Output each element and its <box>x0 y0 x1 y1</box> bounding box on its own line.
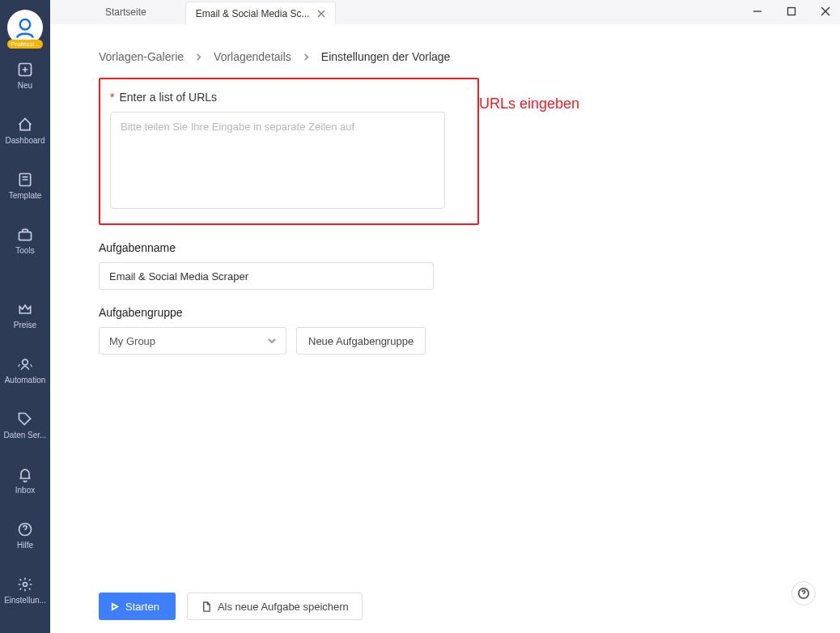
new-group-button-label: Neue Aufgabengruppe <box>308 335 414 347</box>
close-window-button[interactable] <box>821 5 830 19</box>
bell-icon <box>17 466 33 482</box>
svg-point-4 <box>23 359 28 365</box>
tab-home-label: Startseite <box>105 6 146 18</box>
tag-icon <box>17 411 33 427</box>
sidebar-item-inbox[interactable]: Inbox <box>0 466 50 502</box>
sidebar-item-automation[interactable]: Automation <box>0 356 50 392</box>
start-button-label: Starten <box>125 601 159 613</box>
tab-active-label: Email & Social Media Sc... <box>196 8 310 19</box>
sidebar-item-label: Daten Ser... <box>4 431 47 440</box>
breadcrumb: Vorlagen-Galerie Vorlagendetails Einstel… <box>50 24 840 73</box>
sidebar-item-datenservice[interactable]: Daten Ser... <box>0 411 50 447</box>
task-group-select[interactable]: My Group <box>99 327 286 355</box>
sidebar-item-label: Preise <box>14 321 36 329</box>
gear-icon <box>17 576 33 593</box>
dashboard-icon <box>17 117 33 133</box>
content-area: Vorlagen-Galerie Vorlagendetails Einstel… <box>50 24 840 633</box>
maximize-icon <box>787 6 796 16</box>
sidebar-item-label: Tools <box>15 246 34 255</box>
sidebar-item-einstellungen[interactable]: Einstellun... <box>0 576 50 612</box>
annotation-text: URLs eingeben <box>479 96 579 113</box>
help-fab[interactable] <box>791 581 816 605</box>
task-group-section: Aufgabengruppe My Group Neue Aufgabengru… <box>99 306 434 355</box>
task-name-input[interactable] <box>99 262 434 290</box>
sidebar-item-preise[interactable]: Preise <box>0 301 50 337</box>
close-icon <box>821 6 830 16</box>
sidebar-item-dashboard[interactable]: Dashboard <box>0 117 50 152</box>
sidebar-item-label: Automation <box>5 376 46 384</box>
urls-highlight-box: * Enter a list of URLs <box>99 78 479 225</box>
form-area: * Enter a list of URLs URLs eingeben Auf… <box>50 78 840 355</box>
sidebar-item-label: Einstellun... <box>4 596 46 605</box>
breadcrumb-item[interactable]: Vorlagen-Galerie <box>99 50 184 63</box>
sidebar-item-neu[interactable]: Neu <box>0 62 50 97</box>
sidebar-item-tools[interactable]: Tools <box>0 227 50 262</box>
footer-actions: Starten Als neue Aufgabe speichern <box>99 593 363 620</box>
window-controls <box>753 0 830 24</box>
template-icon <box>17 172 33 188</box>
sidebar-item-label: Hilfe <box>17 541 33 550</box>
plus-icon <box>17 62 33 78</box>
sidebar-item-hilfe[interactable]: Hilfe <box>0 521 50 557</box>
task-group-selected-value: My Group <box>109 335 155 347</box>
svg-point-6 <box>23 583 28 587</box>
urls-textarea[interactable] <box>110 112 445 209</box>
crown-icon <box>17 301 33 317</box>
urls-field-label: * Enter a list of URLs <box>110 91 468 104</box>
chevron-down-icon <box>268 337 276 345</box>
profile-badge-label: Professi... <box>7 40 43 49</box>
tab-close-button[interactable] <box>317 10 325 18</box>
breadcrumb-item[interactable]: Vorlagendetails <box>214 50 291 63</box>
tabs-bar: Startseite Email & Social Media Sc... <box>50 0 840 24</box>
start-button[interactable]: Starten <box>99 593 176 620</box>
svg-point-0 <box>20 19 31 30</box>
robot-icon <box>17 356 33 372</box>
tab-active[interactable]: Email & Social Media Sc... <box>185 2 337 24</box>
sidebar-item-label: Neu <box>18 81 32 90</box>
document-icon <box>201 601 211 612</box>
sidebar-item-label: Template <box>9 191 42 200</box>
tab-home[interactable]: Startseite <box>50 0 185 24</box>
maximize-button[interactable] <box>787 5 796 19</box>
play-icon <box>110 602 119 611</box>
svg-rect-3 <box>19 232 32 240</box>
chevron-right-icon <box>303 50 310 63</box>
task-group-label: Aufgabengruppe <box>99 306 434 319</box>
task-name-section: Aufgabenname <box>99 241 434 290</box>
save-as-button-label: Als neue Aufgabe speichern <box>218 601 349 613</box>
chevron-right-icon <box>195 50 202 63</box>
toolbox-icon <box>17 227 33 243</box>
urls-label-text: Enter a list of URLs <box>119 91 217 104</box>
breadcrumb-item-current: Einstellungen der Vorlage <box>321 50 451 63</box>
required-asterisk: * <box>110 91 114 104</box>
minimize-icon <box>753 6 762 16</box>
task-name-label: Aufgabenname <box>99 241 434 254</box>
sidebar: Professi... Neu Dashboard Template Tools… <box>0 0 50 633</box>
new-group-button[interactable]: Neue Aufgabengruppe <box>296 327 426 355</box>
save-as-new-task-button[interactable]: Als neue Aufgabe speichern <box>187 593 363 620</box>
help-icon <box>17 521 33 537</box>
close-icon <box>317 10 325 18</box>
question-icon <box>798 588 809 599</box>
svg-rect-7 <box>788 8 795 15</box>
sidebar-item-label: Inbox <box>15 486 35 495</box>
sidebar-item-label: Dashboard <box>6 136 45 145</box>
sidebar-item-template[interactable]: Template <box>0 172 50 207</box>
minimize-button[interactable] <box>753 5 762 19</box>
profile-badge[interactable]: Professi... <box>7 10 43 45</box>
